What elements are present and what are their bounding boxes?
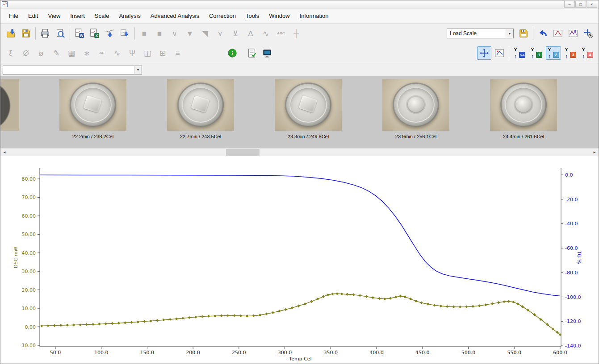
curve-selector[interactable]: ▼: [3, 66, 142, 74]
grip-curve-button[interactable]: ◫: [140, 46, 155, 60]
dma-delta-e-button[interactable]: ΔE: [95, 46, 109, 60]
crucible-pan: [70, 83, 116, 127]
toolbar: WX■■∨▼◥⋎⊻Δ∿ABC┼Load Scale▼ ξØø✎▦∗ΔE∿Ψ◫⊞≡…: [0, 24, 599, 63]
toolbar-separator: [533, 27, 533, 40]
probe-icon: Ψ: [129, 50, 135, 57]
copy-curve-button[interactable]: ⊞: [155, 46, 170, 60]
sample-round: [515, 97, 532, 112]
svg-text:550.0: 550.0: [507, 350, 521, 356]
pan-axes-button[interactable]: [477, 46, 491, 60]
menu-insert[interactable]: Insert: [65, 12, 90, 19]
sample-round: [408, 97, 424, 112]
grip-curve-icon: ◫: [144, 50, 151, 57]
svg-text:600.0: 600.0: [553, 350, 567, 356]
sample-photo[interactable]: [59, 79, 126, 131]
up-arrow-icon: ↑: [582, 53, 585, 59]
sample-caption: 24.4min / 261.6Cel: [490, 134, 557, 139]
zoom-curve-button[interactable]: [492, 46, 507, 60]
save-file-button[interactable]: [19, 27, 33, 40]
axis-settings-button[interactable]: [581, 27, 595, 40]
menu-edit[interactable]: Edit: [23, 12, 43, 19]
minimize-button[interactable]: –: [564, 1, 575, 8]
y-scale-2-button[interactable]: Y↑2: [546, 46, 561, 60]
save-scale-button[interactable]: [516, 27, 531, 40]
annotation-button[interactable]: ABC: [274, 27, 288, 40]
clean-curve-button[interactable]: ∗: [80, 46, 94, 60]
valley-pick-button[interactable]: ⋎: [213, 27, 227, 40]
smoothing-button[interactable]: ∿: [259, 27, 273, 40]
sample-photo[interactable]: [490, 79, 557, 131]
up-arrow-icon: ↑: [548, 53, 551, 59]
axis-setup-button[interactable]: ┼: [289, 27, 303, 40]
menu-information[interactable]: Information: [295, 12, 334, 19]
menu-tools[interactable]: Tools: [241, 12, 264, 19]
dsc-markers: [40, 292, 561, 336]
svg-text:250.0: 250.0: [232, 350, 246, 356]
peak-pick-button[interactable]: ▼: [183, 27, 197, 40]
sample-caption: 22.2min / 238.2Cel: [59, 134, 126, 139]
menu-correction[interactable]: Correction: [204, 12, 241, 19]
svg-text:-60.0: -60.0: [565, 245, 578, 251]
scrollbar-thumb[interactable]: [226, 149, 260, 156]
sample-photo[interactable]: [167, 79, 234, 131]
peak-area-button[interactable]: ⊻: [228, 27, 243, 40]
max-min-scale-button[interactable]: [566, 27, 580, 40]
menu-analysis[interactable]: Analysis: [114, 12, 145, 19]
y-scale-1-button[interactable]: Y↑1: [529, 46, 544, 60]
tile-window-button[interactable]: ■: [152, 27, 167, 40]
menu-window[interactable]: Window: [264, 12, 294, 19]
report-check-button[interactable]: [245, 46, 259, 60]
crucible-pan: [393, 83, 439, 127]
import-curve-button[interactable]: [103, 27, 117, 40]
export-excel-button[interactable]: X: [88, 27, 102, 40]
menu-advanced-analysis[interactable]: Advanced Analysis: [146, 12, 204, 19]
pen-curve-button[interactable]: ✎: [49, 46, 63, 60]
open-file-button[interactable]: [4, 27, 18, 40]
information-button[interactable]: i: [225, 46, 239, 60]
curve-check-button[interactable]: ∨: [168, 27, 182, 40]
peak-slope-button[interactable]: ◥: [198, 27, 212, 40]
export-word-button[interactable]: W: [72, 27, 87, 40]
chevron-down-icon: ▼: [134, 66, 142, 74]
scroll-right-button[interactable]: ►: [591, 149, 599, 156]
y-scale-3-button[interactable]: Y↑3: [563, 46, 578, 60]
probe-button[interactable]: Ψ: [125, 46, 139, 60]
print-preview-button[interactable]: [53, 27, 67, 40]
tweezers-button[interactable]: Ø: [19, 46, 33, 60]
undo-scale-button[interactable]: [536, 27, 550, 40]
tm-dsc-button[interactable]: ≡: [171, 46, 185, 60]
svg-text:-140.0: -140.0: [565, 343, 581, 349]
menu-file[interactable]: File: [4, 12, 23, 19]
sample-photo[interactable]: [275, 79, 342, 131]
filmstrip-scrollbar[interactable]: ◄ ►: [0, 148, 599, 156]
sample-setting-button[interactable]: ξ: [4, 46, 18, 60]
matrix-data-button[interactable]: ▦: [64, 46, 79, 60]
sample-photo[interactable]: [382, 79, 449, 131]
import-curve-alt-button[interactable]: [118, 27, 132, 40]
y-axis-letter: Y: [565, 47, 568, 52]
y-scale-4-button[interactable]: Y↑4: [580, 46, 595, 60]
auto-scale-button[interactable]: [551, 27, 565, 40]
restore-button[interactable]: □: [575, 1, 586, 8]
tile-window-icon: ■: [157, 30, 162, 37]
svg-text:150.0: 150.0: [140, 350, 155, 356]
sample-photo-partial[interactable]: [0, 79, 19, 131]
svg-text:50.00: 50.00: [22, 232, 36, 237]
smoothing-icon: ∿: [263, 30, 269, 37]
scroll-left-button[interactable]: ◄: [0, 149, 8, 156]
tg-curve: [40, 175, 560, 296]
tweezers-alt-button[interactable]: ø: [34, 46, 48, 60]
peak-area-icon: ⊻: [233, 30, 238, 37]
monitor-button[interactable]: [260, 46, 274, 60]
master-curve-button[interactable]: ∿: [110, 46, 124, 60]
close-button[interactable]: ×: [586, 1, 597, 8]
print-button[interactable]: [38, 27, 52, 40]
y-scale-all-button[interactable]: Y↑ALL: [512, 46, 527, 60]
menu-view[interactable]: View: [43, 12, 65, 19]
onset-button[interactable]: Δ: [243, 27, 258, 40]
svg-text:50.0: 50.0: [50, 350, 61, 356]
svg-text:-120.0: -120.0: [565, 318, 581, 324]
scale-mode-select[interactable]: Load Scale▼: [447, 29, 514, 38]
overlay-window-button[interactable]: ■: [137, 27, 151, 40]
menu-scale[interactable]: Scale: [90, 12, 114, 19]
